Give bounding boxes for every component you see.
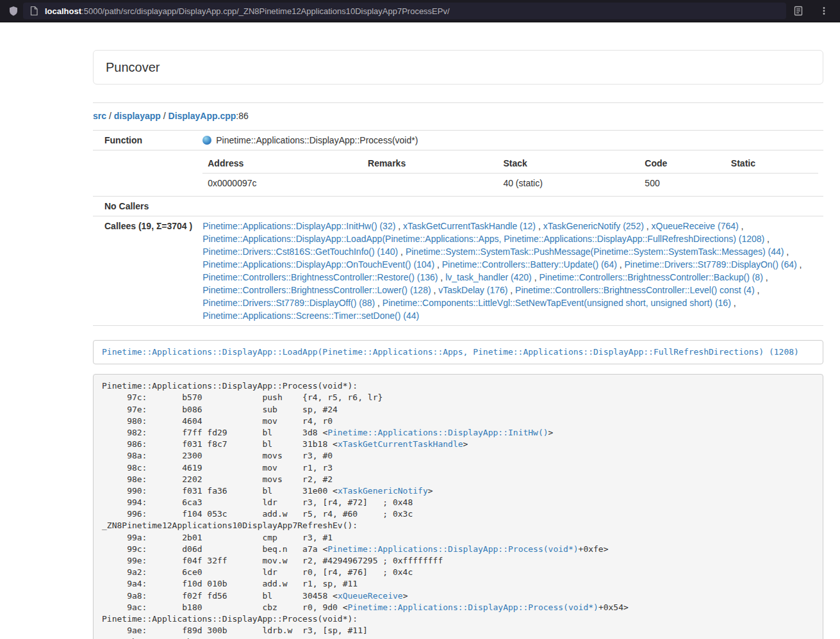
selected-symbol-link[interactable]: Pinetime::Applications::DisplayApp::Load… <box>102 347 799 357</box>
callee-link[interactable]: Pinetime::Controllers::Battery::Update()… <box>442 259 617 270</box>
stats-value: 40 (static) <box>498 174 639 193</box>
url-bar[interactable]: localhost:5000/path/src/displayapp/Displ… <box>23 3 786 19</box>
selected-symbol-box: Pinetime::Applications::DisplayApp::Load… <box>93 340 823 364</box>
callee-link[interactable]: Pinetime::Controllers::BrightnessControl… <box>539 272 762 282</box>
callee-link[interactable]: Pinetime::Controllers::BrightnessControl… <box>202 285 431 295</box>
symbol-link[interactable]: Pinetime::Applications::DisplayApp::Init… <box>327 428 548 437</box>
stats-value-row: 0x0000097c40 (static)500 <box>202 174 818 193</box>
callees-row: Callees (19, Σ=3704 ) Pinetime::Applicat… <box>93 216 823 326</box>
callee-separator: , <box>398 247 406 257</box>
page-icon <box>28 5 40 17</box>
breadcrumb-link[interactable]: DisplayApp.cpp <box>169 111 236 121</box>
breadcrumb-separator: / <box>106 111 114 121</box>
stats-column-header: Remarks <box>363 154 498 174</box>
stats-value: 500 <box>639 174 726 193</box>
breadcrumb: src / displayapp / DisplayApp.cpp:86 <box>93 109 823 122</box>
stats-column-header: Stack <box>498 154 639 174</box>
callee-link[interactable]: Pinetime::Drivers::St7789::DisplayOff() … <box>202 298 375 308</box>
callees-list: Pinetime::Applications::DisplayApp::Init… <box>197 216 823 326</box>
callee-link[interactable]: Pinetime::System::SystemTask::PushMessag… <box>406 247 784 257</box>
callee-separator: , <box>434 259 442 270</box>
callee-link[interactable]: xQueueReceive (764) <box>652 221 739 231</box>
callee-link[interactable]: Pinetime::Controllers::BrightnessControl… <box>515 285 754 295</box>
callee-link[interactable]: vTaskDelay (176) <box>438 285 507 295</box>
symbol-link[interactable]: xQueueReceive <box>338 591 403 601</box>
main-content: Puncover src / displayapp / DisplayApp.c… <box>93 50 823 639</box>
callee-link[interactable]: Pinetime::Applications::DisplayApp::Load… <box>202 234 764 244</box>
callee-link[interactable]: Pinetime::Drivers::Cst816S::GetTouchInfo… <box>202 247 398 257</box>
callees-label: Callees (19, Σ=3704 ) <box>93 216 197 326</box>
stats-column-header: Address <box>202 154 363 174</box>
callee-separator: , <box>617 259 625 270</box>
symbol-link[interactable]: Pinetime::Applications::DisplayApp::Proc… <box>327 544 578 554</box>
callee-separator: , <box>395 221 403 231</box>
callee-link[interactable]: Pinetime::Applications::Screens::Timer::… <box>202 311 419 321</box>
callee-separator: , <box>764 234 770 244</box>
function-row: Function Pinetime::Applications::Display… <box>93 131 823 150</box>
divider <box>93 102 823 103</box>
stats-row: AddressRemarksStackCodeStatic 0x0000097c… <box>93 150 823 197</box>
breadcrumb-separator: / <box>161 111 169 121</box>
no-callers-label: No Callers <box>93 197 197 216</box>
callee-link[interactable]: Pinetime::Applications::DisplayApp::OnTo… <box>202 259 434 270</box>
callee-separator: , <box>755 285 760 295</box>
callee-separator: , <box>731 298 736 308</box>
callee-separator: , <box>784 247 789 257</box>
function-table: Function Pinetime::Applications::Display… <box>93 130 823 326</box>
callee-link[interactable]: lv_task_handler (420) <box>445 272 532 282</box>
callee-link[interactable]: Pinetime::Components::LittleVgl::SetNewT… <box>383 298 731 308</box>
callee-separator: , <box>507 285 515 295</box>
disassembly-code: Pinetime::Applications::DisplayApp::Proc… <box>93 374 823 639</box>
callee-link[interactable]: Pinetime::Applications::DisplayApp::Init… <box>202 221 395 231</box>
tracking-shield-icon[interactable] <box>8 5 19 17</box>
no-callers-row: No Callers <box>93 197 823 216</box>
browser-toolbar: localhost:5000/path/src/displayapp/Displ… <box>0 0 840 22</box>
callee-separator: , <box>763 272 768 282</box>
symbol-link[interactable]: Pinetime::Applications::DisplayApp::Proc… <box>348 603 598 612</box>
url-host: localhost <box>45 6 81 16</box>
callee-link[interactable]: xTaskGetCurrentTaskHandle (12) <box>403 221 536 231</box>
callee-separator: , <box>532 272 539 282</box>
stats-column-header: Code <box>639 154 726 174</box>
breadcrumb-link[interactable]: displayapp <box>114 111 161 121</box>
function-label: Function <box>93 131 197 150</box>
toolbar-right-actions <box>793 5 832 17</box>
callee-separator: , <box>644 221 652 231</box>
symbol-link[interactable]: xTaskGenericNotify <box>338 486 428 496</box>
breadcrumb-line-number: :86 <box>236 111 248 121</box>
url-path: :5000/path/src/displayapp/DisplayApp.cpp… <box>81 6 450 16</box>
breadcrumb-link[interactable]: src <box>93 111 106 121</box>
stats-header-row: AddressRemarksStackCodeStatic <box>202 154 818 174</box>
symbol-link[interactable]: xTaskGetCurrentTaskHandle <box>338 439 463 449</box>
stats-table: AddressRemarksStackCodeStatic 0x0000097c… <box>202 154 818 193</box>
stats-value <box>363 174 498 193</box>
callee-separator: , <box>536 221 543 231</box>
reader-view-icon[interactable] <box>793 5 804 17</box>
callee-separator: , <box>797 259 802 270</box>
kebab-menu-icon[interactable] <box>818 5 830 17</box>
callee-link[interactable]: Pinetime::Drivers::St7789::DisplayOn() (… <box>625 259 797 270</box>
callee-separator: , <box>739 221 744 231</box>
page-title: Puncover <box>93 50 823 85</box>
callee-separator: , <box>431 285 439 295</box>
symbol-type-icon <box>202 136 211 145</box>
callee-link[interactable]: xTaskGenericNotify (252) <box>543 221 644 231</box>
function-name: Pinetime::Applications::DisplayApp::Proc… <box>216 135 418 145</box>
callee-separator: , <box>375 298 383 308</box>
stats-value: 0x0000097c <box>202 174 363 193</box>
callee-link[interactable]: Pinetime::Controllers::BrightnessControl… <box>202 272 438 282</box>
stats-row-label <box>93 150 197 197</box>
callee-separator: , <box>438 272 445 282</box>
stats-value <box>726 174 818 193</box>
url-text: localhost:5000/path/src/displayapp/Displ… <box>45 6 781 16</box>
stats-column-header: Static <box>726 154 818 174</box>
